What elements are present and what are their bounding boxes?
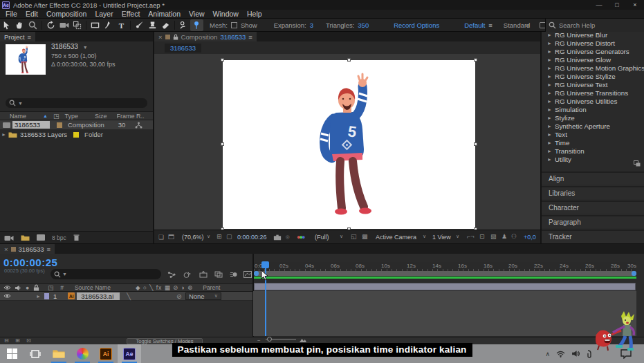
task-view-button[interactable]: [24, 344, 47, 363]
menu-composition[interactable]: Composition: [46, 10, 86, 18]
source-name-column-label[interactable]: Source Name: [75, 284, 111, 291]
menu-file[interactable]: File: [6, 10, 17, 18]
effects-category[interactable]: ►RG Universe Stylize: [542, 72, 644, 80]
chevron-down-icon[interactable]: ∨: [423, 234, 426, 239]
flowchart-button-icon[interactable]: ⚇: [511, 233, 517, 240]
row-name[interactable]: 3186533: [12, 121, 50, 129]
toolbar-overflow-icon[interactable]: »: [526, 21, 529, 29]
effects-category[interactable]: ►RG Universe Generators: [542, 47, 644, 55]
safe-margins-icon[interactable]: ⊞: [217, 233, 222, 240]
zoom-slider-thumb[interactable]: [267, 337, 272, 342]
panel-corner-icon[interactable]: [634, 160, 641, 167]
mask-visibility-icon[interactable]: ▢: [226, 233, 232, 240]
workspace-menu-icon[interactable]: ≡: [488, 21, 493, 29]
volume-icon[interactable]: [571, 350, 580, 357]
panel-align[interactable]: Align: [542, 171, 644, 185]
viewer-timecode[interactable]: 0:00:00:26: [237, 234, 267, 241]
playhead-handle[interactable]: [261, 261, 269, 268]
mesh-show-checkbox[interactable]: [231, 22, 237, 28]
bpc-label[interactable]: 8 bpc: [52, 234, 66, 241]
pan-behind-tool[interactable]: [71, 19, 84, 31]
menu-help[interactable]: Help: [247, 10, 262, 18]
layer-row[interactable]: ► 1 Ai 3186533.ai ╲ ⊘ None ∨: [0, 292, 252, 301]
after-effects-button[interactable]: Ae: [118, 344, 141, 363]
comp-breadcrumb[interactable]: 3186533: [165, 44, 201, 53]
wifi-icon[interactable]: [556, 351, 565, 357]
selection-handle[interactable]: [221, 58, 224, 62]
time-ruler[interactable]: 0:00f 02s 04s 06s 08s 10s 12s 14s 16s 18…: [254, 262, 636, 271]
selection-handle[interactable]: [347, 58, 351, 62]
expand-render-icon[interactable]: ⊞: [15, 337, 20, 344]
hide-shy-layers-icon[interactable]: [198, 270, 209, 279]
chevron-down-icon[interactable]: ∨: [207, 234, 210, 239]
work-area-bar[interactable]: [254, 271, 636, 276]
minimize-button[interactable]: —: [590, 0, 608, 10]
panel-character[interactable]: Character: [542, 201, 644, 214]
creative-cloud-button[interactable]: [71, 344, 94, 363]
timeline-tab[interactable]: × 3186533 ≡: [0, 244, 55, 254]
current-timecode[interactable]: 0:00:00:25: [3, 257, 57, 268]
camera-tool[interactable]: [57, 19, 71, 31]
column-frame-rate[interactable]: Frame R..: [117, 113, 145, 120]
selection-handle[interactable]: [474, 142, 477, 146]
panel-paragraph[interactable]: Paragraph: [542, 215, 644, 228]
expand-in-out-icon[interactable]: ⊟: [4, 337, 9, 344]
new-folder-icon[interactable]: [21, 234, 30, 241]
primary-viewer-icon[interactable]: 🗖: [168, 234, 174, 241]
parent-dropdown[interactable]: None ∨: [185, 292, 221, 300]
always-preview-icon[interactable]: ❏: [158, 234, 164, 241]
frame-blending-icon[interactable]: [213, 270, 224, 279]
resolution-dropdown[interactable]: (Full): [315, 234, 329, 241]
chevron-down-icon[interactable]: ∨: [456, 234, 459, 239]
selected-item-name[interactable]: 3186533: [51, 43, 78, 50]
zoom-tool[interactable]: [26, 19, 39, 31]
menu-edit[interactable]: Edit: [26, 10, 38, 18]
snapshot-icon[interactable]: [273, 234, 282, 241]
label-swatch[interactable]: [73, 132, 79, 138]
panel-tracker[interactable]: Tracker: [542, 230, 644, 243]
parent-column-label[interactable]: Parent: [203, 284, 220, 291]
column-name[interactable]: Name: [10, 113, 26, 120]
composition-viewer[interactable]: [154, 54, 540, 230]
effects-category[interactable]: ►RG Universe Utilities: [542, 97, 644, 105]
trash-icon[interactable]: [73, 234, 80, 241]
column-type[interactable]: Type: [64, 113, 78, 120]
menu-layer[interactable]: Layer: [95, 10, 113, 18]
work-area-start-handle[interactable]: [254, 271, 259, 276]
workspace-default-button[interactable]: Default: [464, 21, 485, 29]
panel-menu-icon[interactable]: ≡: [28, 33, 32, 41]
hidden-icons-chevron-icon[interactable]: ∧: [545, 351, 550, 357]
illustrator-button[interactable]: Ai: [94, 344, 118, 363]
transparency-grid-icon[interactable]: ▩: [362, 233, 368, 240]
exposure-value[interactable]: +0,0: [524, 234, 536, 241]
fast-previews-icon[interactable]: ▧: [490, 233, 497, 240]
maximize-button[interactable]: □: [608, 0, 626, 10]
effects-category[interactable]: ►Transition: [542, 147, 644, 155]
label-swatch[interactable]: [57, 122, 62, 128]
effects-category[interactable]: ►RG Universe Transitions: [542, 89, 644, 97]
selection-handle[interactable]: [474, 58, 477, 62]
tab-close-icon[interactable]: ×: [158, 33, 163, 41]
type-tool[interactable]: T: [115, 19, 128, 31]
effects-category[interactable]: ►Stylize: [542, 113, 644, 122]
item-dropdown-icon[interactable]: ▼: [83, 45, 88, 50]
parent-pick-whip-icon[interactable]: ⊘: [176, 292, 182, 300]
effects-category[interactable]: ►RG Universe Glow: [542, 55, 644, 64]
layer-quality-icon[interactable]: ╲: [127, 292, 131, 300]
roto-brush-tool[interactable]: [177, 19, 190, 31]
composition-tab[interactable]: × Composition 3186533 ≡: [154, 32, 257, 41]
layer-twirl-icon[interactable]: ►: [36, 294, 41, 299]
selection-handle[interactable]: [221, 142, 224, 146]
graph-editor-icon[interactable]: [242, 270, 253, 279]
rotate-tool[interactable]: [44, 19, 57, 31]
effects-category[interactable]: ►Time: [542, 138, 644, 147]
help-search-input[interactable]: [559, 21, 635, 29]
menu-effect[interactable]: Effect: [122, 10, 140, 18]
channel-icon[interactable]: ●●●: [297, 234, 304, 241]
panel-menu-icon[interactable]: ≡: [47, 245, 51, 253]
tab-close-icon[interactable]: ×: [4, 245, 8, 253]
effects-category[interactable]: ►RG Universe Text: [542, 80, 644, 89]
show-snapshot-icon[interactable]: ⌾: [286, 234, 289, 241]
effects-category[interactable]: ►Text: [542, 130, 644, 138]
close-button[interactable]: ×: [626, 0, 644, 10]
